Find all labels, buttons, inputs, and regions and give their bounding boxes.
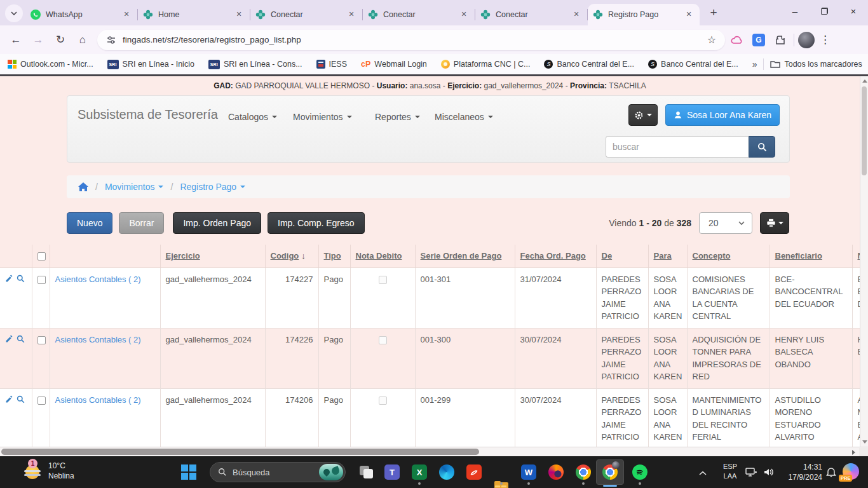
tab-label: Home xyxy=(158,10,233,19)
horizontal-scrollbar[interactable] xyxy=(0,447,868,456)
home-icon[interactable] xyxy=(78,182,88,191)
tab-conectar-2[interactable]: Conectar × xyxy=(363,4,475,25)
bookmark-sri-consultas[interactable]: SRI SRI en Línea - Cons... xyxy=(208,60,302,69)
imp-comp-egreso-button[interactable]: Imp. Comp. Egreso xyxy=(268,212,365,234)
imp-orden-pago-button[interactable]: Imp. Orden Pago xyxy=(173,212,261,234)
taskbar-search[interactable]: Búsqueda xyxy=(210,462,346,482)
select-all-checkbox[interactable] xyxy=(37,252,46,261)
network-icon[interactable] xyxy=(745,467,757,480)
bookmark-sri-inicio[interactable]: SRI SRI en Línea - Inicio xyxy=(107,60,194,69)
vertical-scrollbar[interactable] xyxy=(860,76,868,447)
scroll-up-icon[interactable] xyxy=(862,79,867,83)
close-icon[interactable]: × xyxy=(458,9,470,20)
weather-widget[interactable]: 1 10°C Neblina xyxy=(23,460,74,482)
translate-extension-icon[interactable]: G xyxy=(749,30,768,50)
close-icon[interactable]: × xyxy=(346,9,357,20)
all-bookmarks-button[interactable]: Todos los marcadores xyxy=(770,60,862,69)
extensions-puzzle-icon[interactable] xyxy=(771,30,790,50)
close-window-button[interactable]: × xyxy=(839,0,868,22)
excel-icon[interactable]: X xyxy=(412,464,427,480)
site-info-icon[interactable] xyxy=(106,35,116,45)
settings-button[interactable] xyxy=(628,104,658,126)
search-input[interactable] xyxy=(606,136,749,158)
edit-icon[interactable] xyxy=(5,395,13,403)
vertical-scroll-thumb[interactable] xyxy=(862,86,867,175)
horizontal-scroll-thumb[interactable] xyxy=(1,449,479,455)
address-bar[interactable]: fingads.net/sf2/tesoreria/registro_pago_… xyxy=(97,30,725,50)
reload-button[interactable]: ↻ xyxy=(51,30,70,50)
copilot-icon[interactable]: PRE xyxy=(843,463,859,480)
asientos-link[interactable]: Asientos Contables ( 2) xyxy=(55,395,141,405)
bookmark-banco-central-2[interactable]: S Banco Central del E... xyxy=(648,60,738,69)
row-checkbox[interactable] xyxy=(37,276,46,284)
chrome-active-window[interactable] xyxy=(596,459,624,485)
word-icon[interactable]: W xyxy=(521,464,536,480)
close-icon[interactable]: × xyxy=(683,9,695,20)
browser-menu-icon[interactable]: ⋮ xyxy=(820,33,831,46)
close-icon[interactable]: × xyxy=(571,9,582,20)
language-indicator[interactable]: ESP LAA xyxy=(721,462,740,481)
bookmark-outlook[interactable]: Outlook.com - Micr... xyxy=(8,60,93,69)
user-button[interactable]: Sosa Loor Ana Karen xyxy=(665,104,780,126)
chrome-icon[interactable] xyxy=(576,464,591,480)
teams-icon[interactable]: T xyxy=(384,464,400,480)
breadcrumb-registro-pago[interactable]: Registro Pago xyxy=(180,182,245,192)
tray-chevron-icon[interactable] xyxy=(699,467,707,478)
row-checkbox[interactable] xyxy=(37,336,46,344)
tab-conectar-3[interactable]: Conectar × xyxy=(475,4,587,25)
caret-down-icon xyxy=(240,186,245,188)
view-icon[interactable] xyxy=(17,274,25,283)
breadcrumb-movimientos[interactable]: Movimientos xyxy=(105,182,164,192)
view-icon[interactable] xyxy=(17,335,25,343)
edit-icon[interactable] xyxy=(5,274,13,283)
bookmark-iess[interactable]: IESS xyxy=(316,60,348,69)
home-button[interactable]: ⌂ xyxy=(73,30,92,50)
notifications-bell-icon[interactable] xyxy=(826,466,836,480)
start-button[interactable] xyxy=(181,464,196,480)
spotify-icon[interactable] xyxy=(632,464,648,480)
edge-icon[interactable] xyxy=(439,464,454,480)
nuevo-button[interactable]: Nuevo xyxy=(67,212,112,234)
tab-search-button[interactable] xyxy=(5,4,23,22)
restore-button[interactable] xyxy=(810,0,839,22)
tab-registro-pago-active[interactable]: Registro Pago × xyxy=(588,4,700,25)
menu-catalogos[interactable]: Catalogos xyxy=(228,112,277,122)
scroll-down-icon[interactable] xyxy=(862,440,867,444)
firefox-icon[interactable] xyxy=(548,464,564,480)
bookmark-cnc[interactable]: Plataforma CNC | C... xyxy=(441,60,531,69)
asientos-link[interactable]: Asientos Contables ( 2) xyxy=(55,335,141,344)
view-icon[interactable] xyxy=(17,395,25,403)
minimize-button[interactable]: – xyxy=(780,0,810,22)
menu-movimientos[interactable]: Movimientos xyxy=(293,112,352,122)
clock[interactable]: 14:31 17/9/2024 xyxy=(780,462,822,482)
scroll-right-icon[interactable] xyxy=(852,450,855,455)
close-icon[interactable]: × xyxy=(121,9,132,20)
bookmark-banco-central-1[interactable]: S Banco Central del E... xyxy=(544,60,634,69)
new-tab-button[interactable]: + xyxy=(705,4,722,22)
print-button[interactable] xyxy=(760,212,789,234)
search-label: Búsqueda xyxy=(233,468,319,477)
menu-reportes[interactable]: Reportes xyxy=(375,112,420,122)
asientos-link[interactable]: Asientos Contables ( 2) xyxy=(55,274,141,284)
volume-icon[interactable] xyxy=(763,467,775,480)
row-checkbox[interactable] xyxy=(37,396,46,405)
bookmark-star-icon[interactable]: ☆ xyxy=(707,34,716,46)
forward-button[interactable]: → xyxy=(29,30,48,50)
task-view-button[interactable] xyxy=(359,464,374,480)
page-size-select[interactable]: 20 xyxy=(699,212,752,234)
bookmark-webmail[interactable]: cP Webmail Login xyxy=(361,60,427,69)
back-button[interactable]: ← xyxy=(6,30,25,50)
tab-conectar-1[interactable]: Conectar × xyxy=(250,4,362,25)
close-icon[interactable]: × xyxy=(233,9,245,20)
profile-avatar[interactable] xyxy=(798,32,815,48)
tab-whatsapp[interactable]: WhatsApp × xyxy=(25,4,137,25)
weather-extension-icon[interactable] xyxy=(728,30,747,50)
acrobat-icon[interactable] xyxy=(466,464,482,480)
menu-miscelaneos[interactable]: Miscelaneos xyxy=(435,112,493,122)
tab-home[interactable]: Home × xyxy=(138,4,250,25)
search-button[interactable] xyxy=(749,136,775,158)
edit-icon[interactable] xyxy=(5,335,13,343)
web-page: GAD: GAD PARROQUIAL VALLE HERMOSO - Usua… xyxy=(0,76,868,447)
bookmarks-overflow-icon[interactable]: » xyxy=(752,59,757,69)
borrar-button[interactable]: Borrar xyxy=(119,212,164,234)
